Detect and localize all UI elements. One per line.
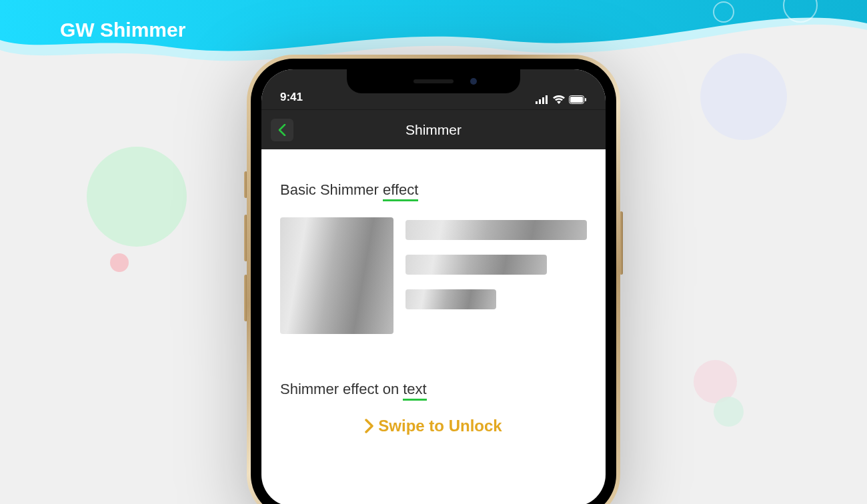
screen-content: Basic Shimmer effect Shimmer effect on t… [261,149,606,435]
section-title-basic: Basic Shimmer effect [280,181,587,199]
phone-mockup: 9:41 Shimmer B [247,55,620,504]
chevron-left-icon [278,124,286,136]
swipe-to-unlock[interactable]: Swipe to Unlock [280,417,587,435]
bg-circle [110,253,129,272]
section-title-text: Basic Shimmer [280,181,383,198]
section-title-underline: text [403,381,426,401]
cellular-icon [536,95,549,104]
svg-rect-2 [536,101,538,104]
svg-rect-8 [585,98,586,101]
svg-rect-7 [570,97,583,103]
status-time: 9:41 [280,91,303,104]
battery-icon [569,95,587,104]
shimmer-line [405,220,587,240]
section-title-text: Shimmer effect on text [280,381,587,398]
swipe-label: Swipe to Unlock [378,417,502,435]
back-button[interactable] [271,119,293,141]
chevron-right-icon [365,419,374,433]
phone-notch [347,69,520,93]
svg-rect-4 [542,97,544,104]
svg-rect-3 [539,99,541,104]
bg-circle [714,397,744,427]
bg-circle [87,147,187,247]
nav-title: Shimmer [405,122,462,138]
shimmer-placeholder-group [280,217,587,334]
shimmer-box [280,217,393,334]
section-title-text: Shimmer effect on [280,381,403,397]
section-title-underline: effect [383,181,418,201]
shimmer-line [405,255,547,275]
wifi-icon [553,95,565,104]
svg-rect-5 [546,95,548,104]
nav-bar: Shimmer [261,109,606,149]
page-title: GW Shimmer [60,19,185,41]
shimmer-line [405,289,496,309]
